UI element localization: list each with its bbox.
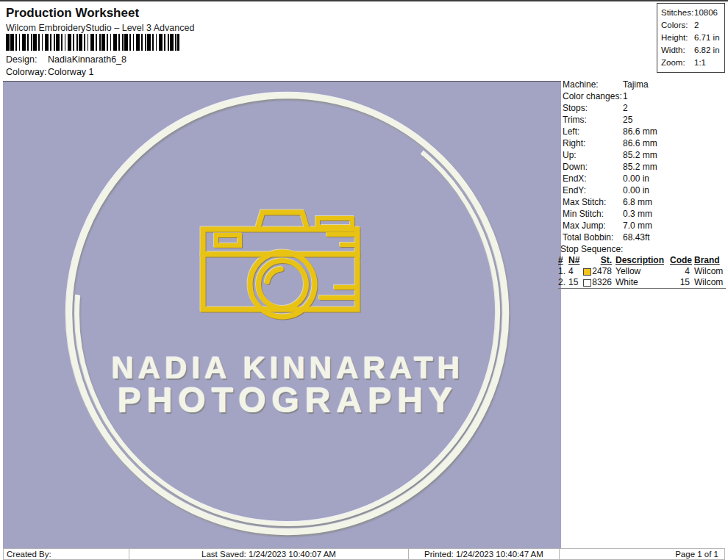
machine-label: Total Bobbin: [563,231,623,243]
machine-value: 0.3 mm [623,208,652,220]
machine-value: 85.2 mm [623,149,657,161]
stat-stitches: Stitches: 10806 [661,7,724,19]
machine-row: Trims:25 [563,114,726,126]
stat-label: Zoom: [661,57,694,69]
machine-row: Down:85.2 mm [563,161,726,173]
machine-row: Right:86.6 mm [563,137,726,149]
stat-colors: Colors: 2 [661,19,724,32]
production-worksheet-page: Production Worksheet Wilcom EmbroiderySt… [0,0,728,560]
stat-height: Height: 6.71 in [661,32,724,44]
barcode [6,34,179,51]
machine-row: Max Jump:7.0 mm [563,220,726,231]
colorway-value: Colorway 1 [48,67,94,77]
machine-label: EndY: [563,184,623,196]
machine-value: 85.2 mm [623,161,657,173]
machine-label: Down: [563,161,623,173]
machine-value: 86.6 mm [623,126,657,137]
stat-width: Width: 6.82 in [661,44,724,57]
design-preview: NADIA KINNARATH PHOTOGRAPHY [3,81,561,548]
machine-value: 86.6 mm [623,137,657,149]
row-n: 4 [568,266,582,277]
stat-value: 2 [694,19,699,32]
machine-row: Total Bobbin:68.43ft [563,231,726,243]
stat-label: Colors: [661,19,694,32]
footer-page-number: Page 1 of 1 [559,548,725,560]
machine-value: Tajima [623,79,649,90]
machine-row: Left:86.6 mm [563,126,726,137]
row-code: 4 [670,266,690,277]
thread-color-swatch [583,279,591,287]
row-code: 15 [670,277,690,288]
machine-label: Stops: [563,102,623,114]
machine-label: Up: [563,149,623,161]
stat-value: 1:1 [694,57,706,69]
stat-label: Width: [661,44,694,57]
machine-info-panel: Machine:Tajima Color changes:1 Stops:2 T… [563,79,726,243]
row-num: 2. [558,277,568,288]
stat-label: Stitches: [661,7,694,19]
colorway-row: Colorway: Colorway 1 [6,67,94,77]
machine-row: Max Stitch:6.8 mm [563,196,726,208]
stat-value: 10806 [694,7,718,19]
design-stats-box: Stitches: 10806 Colors: 2 Height: 6.71 i… [657,3,725,73]
machine-value: 6.8 mm [623,196,652,208]
row-description: Yellow [612,266,670,277]
footer-created-by: Created By: [3,548,129,560]
machine-label: Color changes: [563,90,623,102]
machine-row: Stops:2 [563,102,726,114]
design-value: NadiaKinnarath6_8 [48,54,126,65]
footer-last-saved: Last Saved: 1/24/2023 10:40:07 AM [129,548,409,560]
machine-label: Max Stitch: [563,196,623,208]
col-description: Description [612,255,670,266]
design-row: Design: NadiaKinnarath6_8 [6,54,126,65]
machine-label: EndX: [563,173,623,184]
row-brand: Wilcom [690,277,726,288]
machine-label: Right: [563,137,623,149]
col-code: Code [670,255,690,266]
machine-value: 68.43ft [623,231,650,243]
stop-sequence-table: # N# St. Description Code Brand 1. 4 247… [558,255,726,288]
logo-artwork [3,82,561,548]
thread-color-swatch [583,268,591,276]
col-st: St. [592,255,612,266]
software-subtitle: Wilcom EmbroideryStudio – Level 3 Advanc… [6,23,194,33]
machine-value: 7.0 mm [623,220,652,231]
col-n: N# [568,255,582,266]
machine-row: Color changes:1 [563,90,726,102]
stop-sequence-section: Stop Sequence: # N# St. Description Code… [558,243,726,289]
machine-label: Max Jump: [563,220,623,231]
row-brand: Wilcom [690,266,726,277]
col-num: # [558,255,568,266]
col-brand: Brand [690,255,726,266]
stat-zoom: Zoom: 1:1 [661,57,724,69]
machine-value: 0.00 in [623,184,649,196]
footer-printed: Printed: 1/24/2023 10:40:47 AM [408,548,560,560]
machine-row: Min Stitch:0.3 mm [563,208,726,220]
row-st: 8326 [592,277,612,288]
row-description: White [612,277,670,288]
stop-sequence-title: Stop Sequence: [558,243,726,255]
machine-row: Machine:Tajima [563,79,726,90]
row-st: 2478 [592,266,612,277]
machine-value: 0.00 in [623,173,649,184]
machine-label: Machine: [563,79,623,90]
colorway-label: Colorway: [6,67,48,77]
machine-row: EndX:0.00 in [563,173,726,184]
machine-label: Left: [563,126,623,137]
machine-value: 2 [623,102,628,114]
stat-label: Height: [661,32,694,44]
row-num: 1. [558,266,568,277]
machine-row: Up:85.2 mm [563,149,726,161]
machine-value: 1 [623,90,628,102]
machine-value: 25 [623,114,632,126]
stat-value: 6.71 in [694,32,720,44]
machine-label: Trims: [563,114,623,126]
design-label: Design: [6,54,48,65]
logo-text-line2: PHOTOGRAPHY [9,380,567,420]
machine-label: Min Stitch: [563,208,623,220]
camera-icon [201,212,360,317]
page-title: Production Worksheet [6,6,139,21]
machine-row: EndY:0.00 in [563,184,726,196]
stat-value: 6.82 in [694,44,720,57]
row-n: 15 [568,277,582,288]
